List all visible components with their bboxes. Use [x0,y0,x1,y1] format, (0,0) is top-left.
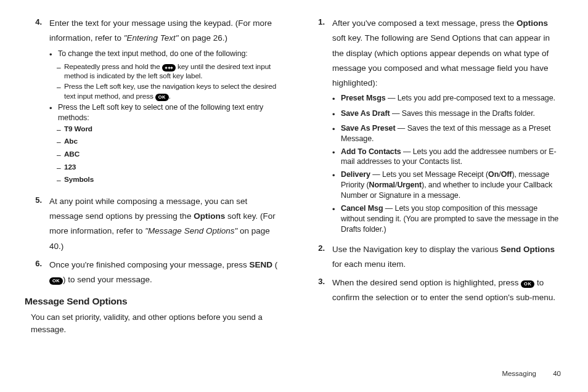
opt-name: Save As Preset [341,124,395,133]
dash-item: –ABC [57,150,280,161]
step-number: 6. [25,258,49,288]
page-footer: Messaging 40 [502,369,561,380]
text: After you've composed a text message, pr… [332,18,517,28]
ok-key-icon [155,94,169,101]
step-text: Once you're finished composing your mess… [49,258,280,288]
bullet-item: •Preset Msgs — Lets you add pre-composed… [332,93,563,105]
bullet-list: • To change the text input method, do on… [49,49,280,187]
dash-item: –123 [57,163,280,174]
footer-section: Messaging [502,370,536,377]
bullet-text: Add To Contacts — Lets you add the addre… [341,147,563,168]
method-symbols: Symbols [64,175,280,187]
bullet-dot: • [332,123,341,144]
text: soft key. The following are Send Options… [332,33,550,88]
text: Once you're finished composing your mess… [49,260,250,269]
ref-text: "Message Send Options" [145,226,237,235]
dash-mark: – [57,62,64,81]
dash-mark: – [57,125,64,136]
step-3: 3. When the desired send option is highl… [308,276,563,306]
dash-item: – Repeatedly press and hold the key unti… [57,62,280,81]
text: — Lets you set Message Receipt ( [370,170,488,179]
opt-name: Add To Contacts [341,147,401,156]
val-off: Off [501,170,512,179]
opt-desc: — Saves this message in the Drafts folde… [390,109,535,118]
bullet-item: •Delivery — Lets you set Message Receipt… [332,169,563,201]
bullet-text: Press the Left soft key to select one of… [58,102,280,123]
bullet-list: •Preset Msgs — Lets you add pre-composed… [332,93,563,234]
bullet-dot: • [332,169,341,201]
text: on page 26.) [178,33,227,43]
bullet-dot: • [332,203,341,235]
text: When the desired send option is highligh… [332,278,521,287]
step-text: After you've composed a text message, pr… [332,16,563,91]
step-1: 1. After you've composed a text message,… [308,16,563,239]
step-number: 2. [308,242,332,272]
method-t9: T9 Word [64,125,280,136]
val-normal: Normal [369,181,395,189]
dash-item: –T9 Word [57,125,280,136]
bullet-text: Save As Preset — Saves the text of this … [341,123,563,144]
bullet-text: Preset Msgs — Lets you add pre-composed … [341,93,563,105]
bullet-text: Cancel Msg — Lets you stop composition o… [341,203,563,235]
bullet-dot: • [49,49,58,61]
dash-mark: – [57,163,64,174]
bullet-item: •Add To Contacts — Lets you add the addr… [332,147,563,168]
dash-item: – Press the Left soft key, use the navig… [57,82,280,101]
step-2: 2. Use the Navigation key to display the… [308,242,563,272]
opt-name: Preset Msgs [341,94,386,102]
step-number: 4. [25,16,49,190]
step-6: 6. Once you're finished composing your m… [25,258,280,288]
options-label: Options [517,18,548,28]
dash-text: Repeatedly press and hold the key until … [64,62,280,81]
dash-text: Press the Left soft key, use the navigat… [64,82,280,101]
step-number: 3. [308,276,332,306]
bullet-item: •Cancel Msg — Lets you stop composition … [332,203,563,235]
text: Use the Navigation key to display the va… [332,245,500,254]
step-text: Use the Navigation key to display the va… [332,242,563,272]
dash-mark: – [57,82,64,101]
options-label: Options [194,211,225,221]
step-number: 5. [25,194,49,254]
bullet-dot: • [332,93,341,105]
val-on: On [488,170,499,179]
ok-key-icon [521,280,534,288]
method-abc-upper: ABC [64,150,280,161]
dash-mark: – [57,137,64,149]
left-column: 4. Enter the text for your message using… [25,16,280,380]
ref-text: "Entering Text" [124,33,179,43]
star-key-icon [162,64,176,71]
step-4: 4. Enter the text for your message using… [25,16,280,190]
text: . [169,92,171,100]
bullet-item: • To change the text input method, do on… [49,49,280,61]
bullet-dot: • [332,147,341,168]
footer-page: 40 [553,369,561,380]
step-body: After you've composed a text message, pr… [332,16,563,239]
text: ) to send your message. [63,275,152,284]
manual-page: 4. Enter the text for your message using… [0,0,588,392]
bullet-dot: • [49,102,58,123]
opt-name: Delivery [341,170,370,179]
dash-mark: – [57,150,64,161]
step-text: When the desired send option is highligh… [332,276,563,306]
step-body: Enter the text for your message using th… [49,16,280,190]
step-text: Enter the text for your message using th… [49,16,280,46]
text: for each menu item. [332,259,406,269]
text: ( [272,260,277,269]
send-options-label: Send Options [500,245,555,254]
opt-name: Cancel Msg [341,204,383,213]
section-heading: Message Send Options [25,294,280,309]
bullet-text: Save As Draft — Saves this message in th… [341,108,563,121]
val-urgent: Urgent [397,181,422,189]
ok-key-icon [49,277,63,285]
bullet-item: •Save As Preset — Saves the text of this… [332,123,563,144]
bullet-item: • Press the Left soft key to select one … [49,102,280,123]
dash-mark: – [57,175,64,187]
bullet-text: Delivery — Lets you set Message Receipt … [341,169,563,201]
send-label: SEND [250,260,273,269]
method-123: 123 [64,163,280,174]
dash-item: –Symbols [57,175,280,187]
step-text: At any point while composing a message, … [49,194,280,254]
step-number: 1. [308,16,332,239]
right-column: 1. After you've composed a text message,… [308,16,563,380]
step-5: 5. At any point while composing a messag… [25,194,280,254]
